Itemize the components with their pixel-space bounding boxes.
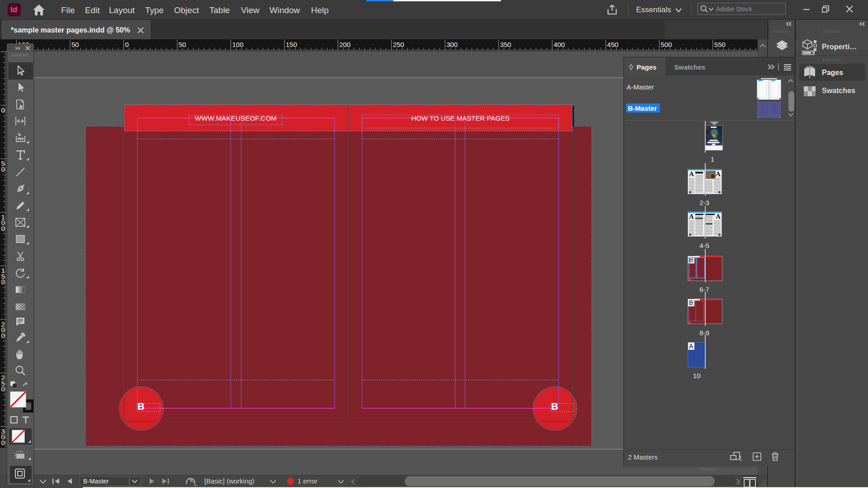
svg-text:A: A — [716, 213, 721, 220]
svg-text:A: A — [689, 343, 693, 350]
svg-text:A: A — [716, 170, 721, 178]
svg-text:A: A — [689, 170, 694, 178]
svg-text:A: A — [689, 213, 694, 220]
svg-text:B: B — [689, 299, 693, 306]
svg-text:B: B — [689, 256, 693, 263]
